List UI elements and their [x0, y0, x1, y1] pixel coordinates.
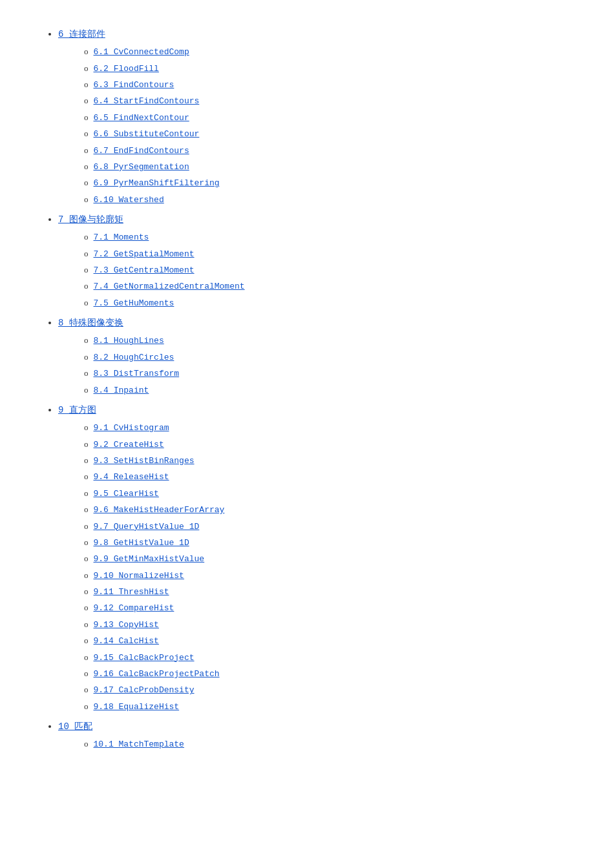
sub-item-section9-1: o9.2 CreateHist	[84, 437, 575, 452]
bullet-icon: o	[84, 278, 89, 293]
item-link-section6-5[interactable]: 6.6 SubstituteContour	[94, 127, 200, 141]
sub-item-section6-2: o6.3 FindContours	[84, 77, 575, 92]
bullet-icon: o	[84, 551, 89, 566]
item-link-section10-0[interactable]: 10.1 MatchTemplate	[94, 737, 184, 752]
bullet-icon: o	[84, 44, 89, 59]
bullet-icon: o	[84, 420, 89, 435]
item-link-section6-9[interactable]: 6.10 Watershed	[94, 192, 164, 207]
item-link-section9-15[interactable]: 9.16 CalcBackProjectPatch	[94, 666, 220, 681]
section-link-section10[interactable]: 10 匹配	[58, 721, 92, 732]
item-link-section9-3[interactable]: 9.4 ReleaseHist	[94, 470, 169, 484]
item-link-section9-4[interactable]: 9.5 ClearHist	[94, 486, 159, 501]
bullet-icon: o	[84, 600, 89, 615]
bullet-icon: o	[84, 77, 89, 92]
item-link-section8-2[interactable]: 8.3 DistTransform	[94, 366, 180, 381]
item-link-section6-1[interactable]: 6.2 FloodFill	[94, 61, 159, 76]
item-link-section9-1[interactable]: 9.2 CreateHist	[94, 437, 164, 452]
item-link-section6-0[interactable]: 6.1 CvConnectedComp	[94, 45, 189, 59]
sub-item-section8-3: o8.4 Inpaint	[84, 382, 575, 398]
item-link-section9-9[interactable]: 9.10 NormalizeHist	[94, 568, 184, 583]
bullet-icon: o	[84, 246, 89, 261]
sub-item-section9-7: o9.8 GetHistValue_1D	[84, 535, 575, 550]
sub-item-section6-0: o6.1 CvConnectedComp	[84, 44, 575, 59]
bullet-icon: o	[84, 682, 89, 697]
sub-item-section6-4: o6.5 FindNextContour	[84, 110, 575, 125]
bullet-icon: o	[84, 666, 89, 681]
sub-item-section9-11: o9.12 CompareHist	[84, 600, 575, 615]
sub-list-section6: o6.1 CvConnectedCompo6.2 FloodFillo6.3 F…	[58, 44, 575, 207]
bullet-icon: o	[84, 159, 89, 174]
section-link-section7[interactable]: 7 图像与轮廓矩	[58, 214, 123, 225]
bullet-icon: o	[84, 535, 89, 550]
bullet-icon: o	[84, 584, 89, 599]
item-link-section9-0[interactable]: 9.1 CvHistogram	[94, 420, 169, 435]
item-link-section9-11[interactable]: 9.12 CompareHist	[94, 601, 175, 615]
item-link-section8-3[interactable]: 8.4 Inpaint	[94, 383, 149, 398]
item-link-section9-12[interactable]: 9.13 CopyHist	[94, 617, 159, 632]
bullet-icon: o	[84, 143, 89, 158]
sub-item-section7-1: o7.2 GetSpatialMoment	[84, 246, 575, 262]
item-link-section7-4[interactable]: 7.5 GetHuMoments	[94, 296, 175, 311]
sub-item-section9-8: o9.9 GetMinMaxHistValue	[84, 551, 575, 566]
sub-list-section8: o8.1 HoughLineso8.2 HoughCircleso8.3 Dis…	[58, 333, 575, 398]
sub-item-section9-17: o9.18 EqualizeHist	[84, 699, 575, 714]
item-link-section6-6[interactable]: 6.7 EndFindContours	[94, 143, 189, 158]
sub-item-section6-7: o6.8 PyrSegmentation	[84, 159, 575, 174]
sub-item-section9-4: o9.5 ClearHist	[84, 486, 575, 501]
item-link-section8-1[interactable]: 8.2 HoughCircles	[94, 350, 175, 365]
section-item-section7: 7 图像与轮廓矩o7.1 Momentso7.2 GetSpatialMomen…	[58, 211, 575, 311]
item-link-section7-2[interactable]: 7.3 GetCentralMoment	[94, 263, 195, 278]
sub-item-section9-13: o9.14 CalcHist	[84, 633, 575, 648]
item-link-section8-0[interactable]: 8.1 HoughLines	[94, 333, 164, 348]
sub-item-section9-16: o9.17 CalcProbDensity	[84, 682, 575, 698]
sub-list-section7: o7.1 Momentso7.2 GetSpatialMomento7.3 Ge…	[58, 229, 575, 311]
item-link-section6-2[interactable]: 6.3 FindContours	[94, 78, 175, 92]
item-link-section9-6[interactable]: 9.7 QueryHistValue_1D	[94, 519, 200, 534]
section-link-section6[interactable]: 6 连接部件	[58, 29, 105, 39]
item-link-section6-3[interactable]: 6.4 StartFindContours	[94, 94, 200, 108]
bullet-icon: o	[84, 93, 89, 108]
item-link-section6-4[interactable]: 6.5 FindNextContour	[94, 110, 189, 125]
item-link-section9-14[interactable]: 9.15 CalcBackProject	[94, 650, 195, 665]
bullet-icon: o	[84, 519, 89, 533]
sub-item-section6-5: o6.6 SubstituteContour	[84, 126, 575, 141]
item-link-section9-8[interactable]: 9.9 GetMinMaxHistValue	[94, 552, 205, 566]
bullet-icon: o	[84, 192, 89, 207]
bullet-icon: o	[84, 633, 89, 648]
item-link-section9-13[interactable]: 9.14 CalcHist	[94, 634, 159, 648]
item-link-section6-7[interactable]: 6.8 PyrSegmentation	[94, 160, 189, 174]
bullet-icon: o	[84, 349, 89, 364]
sub-item-section9-15: o9.16 CalcBackProjectPatch	[84, 666, 575, 681]
item-link-section6-8[interactable]: 6.9 PyrMeanShiftFiltering	[94, 176, 220, 191]
sub-item-section7-2: o7.3 GetCentralMoment	[84, 262, 575, 278]
item-link-section9-2[interactable]: 9.3 SetHistBinRanges	[94, 453, 195, 468]
item-link-section7-3[interactable]: 7.4 GetNormalizedCentralMoment	[94, 279, 245, 294]
bullet-icon: o	[84, 437, 89, 451]
sub-item-section6-6: o6.7 EndFindContours	[84, 143, 575, 158]
item-link-section9-16[interactable]: 9.17 CalcProbDensity	[94, 683, 195, 698]
item-link-section9-17[interactable]: 9.18 EqualizeHist	[94, 699, 180, 714]
bullet-icon: o	[84, 568, 89, 583]
bullet-icon: o	[84, 736, 89, 751]
sub-item-section8-2: o8.3 DistTransform	[84, 366, 575, 381]
bullet-icon: o	[84, 366, 89, 380]
bullet-icon: o	[84, 333, 89, 347]
item-link-section9-10[interactable]: 9.11 ThreshHist	[94, 584, 169, 599]
sub-item-section9-12: o9.13 CopyHist	[84, 617, 575, 632]
sub-item-section8-0: o8.1 HoughLines	[84, 333, 575, 348]
sub-list-section9: o9.1 CvHistogramo9.2 CreateHisto9.3 SetH…	[58, 420, 575, 714]
item-link-section9-7[interactable]: 9.8 GetHistValue_1D	[94, 535, 189, 550]
section-item-section9: 9 直方图o9.1 CvHistogramo9.2 CreateHisto9.3…	[58, 402, 575, 714]
sub-item-section6-3: o6.4 StartFindContours	[84, 93, 575, 108]
section-link-section8[interactable]: 8 特殊图像变换	[58, 318, 123, 328]
item-link-section7-0[interactable]: 7.1 Moments	[94, 230, 149, 245]
bullet-icon: o	[84, 650, 89, 665]
sub-item-section9-10: o9.11 ThreshHist	[84, 584, 575, 599]
item-link-section7-1[interactable]: 7.2 GetSpatialMoment	[94, 247, 195, 262]
bullet-icon: o	[84, 502, 89, 517]
sub-item-section9-6: o9.7 QueryHistValue_1D	[84, 519, 575, 534]
sub-item-section10-0: o10.1 MatchTemplate	[84, 736, 575, 752]
item-link-section9-5[interactable]: 9.6 MakeHistHeaderForArray	[94, 502, 225, 517]
bullet-icon: o	[84, 229, 89, 244]
section-link-section9[interactable]: 9 直方图	[58, 405, 96, 415]
